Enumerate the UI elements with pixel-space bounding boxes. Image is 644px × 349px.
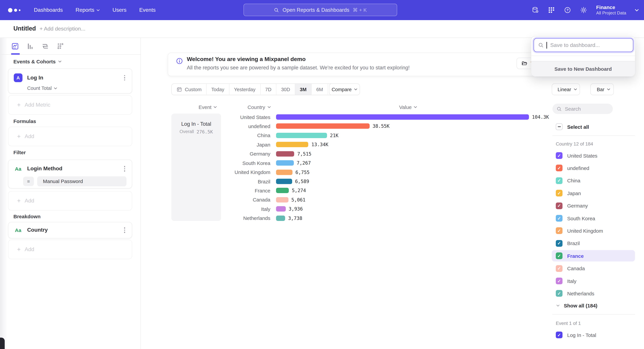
settings-gear-icon[interactable] — [580, 6, 588, 14]
metric-name[interactable]: Log In — [27, 75, 118, 81]
nav-item-events[interactable]: Events — [139, 7, 156, 13]
series-checkbox[interactable]: ✓ — [556, 253, 562, 259]
series-row-canada[interactable]: ✓Canada — [552, 263, 635, 274]
range-7d[interactable]: 7D — [260, 84, 276, 95]
value-bar[interactable] — [276, 160, 294, 166]
add-formula-button[interactable]: +Add — [8, 127, 132, 146]
value-label: 7,515 — [297, 151, 312, 156]
series-checkbox[interactable]: ✓ — [556, 240, 562, 247]
value-bar[interactable] — [276, 169, 292, 175]
breakdown-card-country[interactable]: Aa Country — [8, 222, 132, 238]
series-label: France — [567, 253, 584, 259]
range-today[interactable]: Today — [206, 84, 229, 95]
filter-operator[interactable]: = — [23, 177, 34, 186]
series-row-brazil[interactable]: ✓Brazil — [552, 238, 635, 249]
add-filter-button[interactable]: +Add — [8, 191, 132, 211]
mixpanel-logo-icon[interactable] — [8, 8, 20, 12]
series-row-undefined[interactable]: ✓undefined — [552, 162, 635, 174]
range-3m[interactable]: 3M — [295, 84, 312, 95]
series-row-japan[interactable]: ✓Japan — [552, 187, 635, 199]
event-checkbox[interactable]: ✓ — [556, 332, 562, 338]
add-metric-button[interactable]: +Add Metric — [8, 95, 132, 115]
value-bar[interactable] — [276, 142, 308, 147]
compare-button[interactable]: Compare — [329, 83, 360, 95]
global-search-button[interactable]: Open Reports & Dashboards ⌘ + K — [244, 4, 397, 16]
tab-funnels-icon[interactable] — [26, 42, 34, 50]
filter-card-login-method[interactable]: Aa Login Method = Manual Password — [8, 160, 132, 188]
column-header-country[interactable]: Country — [248, 104, 270, 110]
series-row-united-kingdom[interactable]: ✓United Kingdom — [552, 225, 635, 237]
apps-grid-icon[interactable] — [548, 6, 555, 14]
country-label: undefined — [198, 123, 270, 129]
breakdown-header: Breakdown — [14, 214, 40, 219]
metric-kebab-menu[interactable] — [122, 74, 126, 82]
metric-card-login[interactable]: A Log In Count Total — [8, 68, 132, 93]
series-row-united-states[interactable]: ✓United States — [552, 150, 635, 161]
value-bar[interactable] — [276, 114, 529, 120]
select-all-row[interactable]: Select all — [552, 121, 635, 132]
series-row-china[interactable]: ✓China — [552, 175, 635, 186]
add-breakdown-button[interactable]: +Add — [8, 240, 132, 259]
value-bar[interactable] — [276, 133, 327, 138]
project-switcher[interactable]: Finance All Project Data — [596, 4, 626, 16]
save-dashboard-search-input[interactable]: Save to dashboard... — [534, 38, 633, 52]
range-yesterday[interactable]: Yesterday — [229, 84, 260, 95]
value-bar[interactable] — [276, 197, 288, 203]
data-management-icon[interactable] — [532, 6, 539, 14]
filter-value[interactable]: Manual Password — [37, 176, 126, 186]
report-title[interactable]: Untitled — [14, 25, 36, 32]
value-bar[interactable] — [276, 188, 289, 193]
series-checkbox[interactable]: ✓ — [556, 290, 562, 297]
series-label: South Korea — [567, 215, 595, 221]
filter-property-name[interactable]: Login Method — [27, 166, 118, 172]
series-row-south-korea[interactable]: ✓South Korea — [552, 213, 635, 224]
value-bar[interactable] — [276, 124, 370, 129]
column-header-event[interactable]: Event — [198, 104, 217, 110]
series-checkbox[interactable]: ✓ — [556, 265, 562, 272]
add-description-field[interactable]: + Add description... — [40, 26, 85, 32]
breakdown-kebab-menu[interactable] — [122, 226, 126, 234]
value-bar[interactable] — [276, 151, 294, 156]
series-search-input[interactable]: Search — [552, 104, 613, 114]
series-checkbox[interactable]: ✓ — [556, 152, 562, 159]
value-bar[interactable] — [276, 206, 286, 212]
series-row-italy[interactable]: ✓Italy — [552, 275, 635, 287]
nav-item-reports[interactable]: Reports — [76, 7, 100, 13]
range-30d[interactable]: 30D — [276, 84, 295, 95]
help-icon[interactable]: ? — [564, 6, 572, 14]
series-checkbox[interactable]: ✓ — [556, 228, 562, 234]
country-label: South Korea — [198, 160, 270, 166]
chevron-down-icon[interactable] — [635, 9, 639, 11]
tab-retention-icon[interactable] — [41, 42, 49, 50]
series-row-france[interactable]: ✓France — [552, 250, 635, 262]
series-checkbox[interactable]: ✓ — [556, 215, 562, 222]
select-all-checkbox[interactable] — [556, 123, 562, 130]
series-checkbox[interactable]: ✓ — [556, 190, 562, 196]
series-checkbox[interactable]: ✓ — [556, 165, 562, 171]
nav-item-users[interactable]: Users — [112, 7, 126, 13]
series-row-germany[interactable]: ✓Germany — [552, 200, 635, 211]
value-bar[interactable] — [276, 215, 285, 221]
series-checkbox[interactable]: ✓ — [556, 202, 562, 209]
range-custom[interactable]: Custom — [172, 84, 206, 95]
series-row-event[interactable]: ✓ Log In - Total — [552, 329, 635, 341]
breakdown-property-name[interactable]: Country — [27, 227, 118, 233]
events-cohorts-header[interactable]: Events & Cohorts — [14, 59, 62, 64]
range-6m[interactable]: 6M — [312, 84, 328, 95]
divider — [552, 135, 635, 136]
report-type-tabs — [0, 38, 140, 55]
nav-item-dashboards[interactable]: Dashboards — [34, 7, 63, 13]
save-to-new-dashboard-button[interactable]: Save to New Dashboard — [531, 61, 635, 76]
series-label: Italy — [567, 278, 576, 284]
value-bar[interactable] — [276, 179, 292, 184]
metric-aggregation[interactable]: Count Total — [27, 85, 126, 91]
tab-flows-icon[interactable] — [56, 42, 64, 50]
column-header-value[interactable]: Value — [399, 104, 417, 110]
bottom-left-widget[interactable] — [0, 338, 5, 349]
series-checkbox[interactable]: ✓ — [556, 177, 562, 184]
series-row-netherlands[interactable]: ✓Netherlands — [552, 288, 635, 299]
series-checkbox[interactable]: ✓ — [556, 278, 562, 284]
tab-insights-icon[interactable] — [11, 42, 19, 50]
filter-kebab-menu[interactable] — [122, 165, 126, 173]
show-all-button[interactable]: Show all (184) — [552, 300, 635, 311]
